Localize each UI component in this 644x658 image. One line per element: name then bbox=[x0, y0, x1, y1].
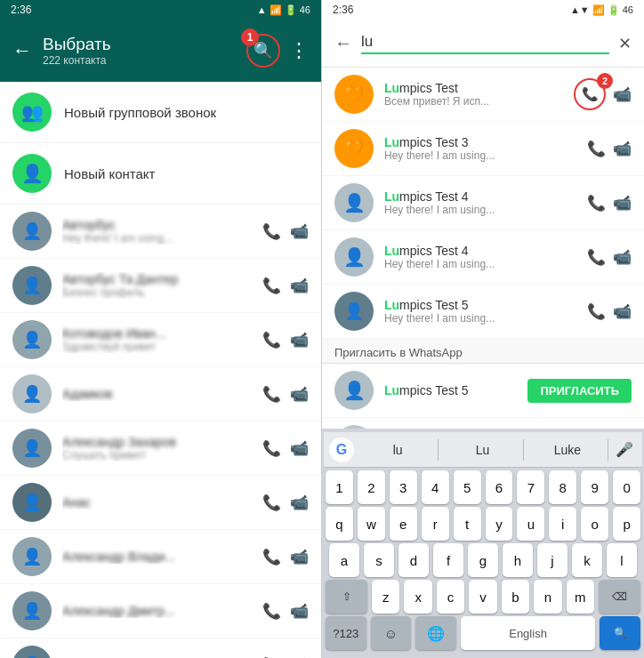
emoji-key[interactable]: ☺ bbox=[371, 616, 412, 650]
list-item[interactable]: 👤 Анас 📞 📹 bbox=[0, 476, 321, 530]
video-icon[interactable]: 📹 bbox=[613, 194, 632, 213]
key-7[interactable]: 7 bbox=[517, 470, 544, 504]
list-item[interactable]: 👤 Авторбус Та Дантер Бизнес профиль 📞 📹 bbox=[0, 259, 321, 313]
phone-icon[interactable]: 📞 bbox=[262, 602, 281, 621]
key-1[interactable]: 1 bbox=[326, 470, 353, 504]
key-6[interactable]: 6 bbox=[486, 470, 513, 504]
space-key[interactable]: English bbox=[461, 616, 596, 650]
phone-icon[interactable]: 📞 bbox=[262, 494, 281, 512]
key-h[interactable]: h bbox=[503, 543, 533, 577]
invite-item[interactable]: 👤 Lumpics Test 5 ПРИГЛАСИТЬ bbox=[322, 364, 644, 418]
key-i[interactable]: i bbox=[549, 507, 576, 541]
phone-icon[interactable]: 📞 bbox=[262, 277, 281, 295]
list-item[interactable]: 🧡 Lumpics Test 3 Hey there! I am using..… bbox=[322, 122, 644, 176]
phone-icon[interactable]: 📞 bbox=[262, 222, 281, 241]
shift-key[interactable]: ⇧ bbox=[326, 580, 367, 614]
video-icon[interactable]: 📹 bbox=[290, 494, 309, 512]
phone-call-button[interactable]: 2 📞 bbox=[574, 78, 606, 110]
key-t[interactable]: t bbox=[454, 507, 481, 541]
video-icon[interactable]: 📹 bbox=[613, 140, 632, 158]
back-button[interactable]: ← bbox=[12, 39, 32, 62]
key-b[interactable]: b bbox=[502, 580, 529, 614]
phone-icon[interactable]: 📞 bbox=[587, 302, 606, 321]
key-e[interactable]: e bbox=[390, 507, 417, 541]
key-8[interactable]: 8 bbox=[549, 470, 576, 504]
key-4[interactable]: 4 bbox=[422, 470, 449, 504]
list-item[interactable]: 👤 Котоводов Иван... Здравствуй привет 📞 … bbox=[0, 313, 321, 367]
key-v[interactable]: v bbox=[469, 580, 496, 614]
new-group-call-item[interactable]: 👥 Новый групповой звонок bbox=[0, 82, 321, 143]
close-icon[interactable]: ✕ bbox=[618, 34, 632, 53]
back-button[interactable]: ← bbox=[334, 33, 352, 53]
new-contact-item[interactable]: 👤 Новый контакт bbox=[0, 143, 321, 205]
search-button[interactable]: 1 🔍 bbox=[246, 34, 280, 68]
list-item[interactable]: 👤 Авторбус Hey there! I am using... 📞 📹 bbox=[0, 205, 321, 259]
key-j[interactable]: j bbox=[537, 543, 568, 577]
list-item[interactable]: 👤 Lumpics Test 5 Hey there! I am using..… bbox=[322, 285, 644, 339]
video-icon[interactable]: 📹 bbox=[290, 439, 309, 458]
globe-key[interactable]: 🌐 bbox=[415, 616, 456, 650]
key-f[interactable]: f bbox=[433, 543, 463, 577]
list-item[interactable]: 👤 Александр Захаров Слушать привет! 📞 📹 bbox=[0, 421, 321, 476]
video-icon[interactable]: 📹 bbox=[290, 277, 309, 295]
list-item[interactable]: 👤 Александр Влади... 📞 📹 bbox=[0, 530, 321, 584]
key-l[interactable]: l bbox=[607, 543, 637, 577]
video-icon[interactable]: 📹 bbox=[290, 222, 309, 241]
list-item[interactable]: 👤 Lumpics Test 4 Hey there! I am using..… bbox=[322, 230, 644, 285]
key-m[interactable]: m bbox=[567, 580, 594, 614]
key-n[interactable]: n bbox=[534, 580, 561, 614]
key-d[interactable]: d bbox=[398, 543, 429, 577]
symbols-key[interactable]: ?123 bbox=[326, 616, 366, 650]
video-icon[interactable]: 📹 bbox=[290, 331, 309, 349]
suggestion-Luke[interactable]: Luke bbox=[527, 439, 608, 461]
key-u[interactable]: u bbox=[517, 507, 544, 541]
key-w[interactable]: w bbox=[358, 507, 385, 541]
key-y[interactable]: y bbox=[486, 507, 513, 541]
video-icon[interactable]: 📹 bbox=[290, 602, 309, 621]
key-0[interactable]: 0 bbox=[613, 470, 640, 504]
key-q[interactable]: q bbox=[326, 507, 353, 541]
key-r[interactable]: r bbox=[422, 507, 449, 541]
key-9[interactable]: 9 bbox=[581, 470, 608, 504]
search-enter-key[interactable]: 🔍 bbox=[600, 616, 640, 650]
phone-icon[interactable]: 📞 bbox=[262, 439, 281, 458]
key-3[interactable]: 3 bbox=[390, 470, 417, 504]
contact-status: Hey there! I am using... bbox=[384, 312, 576, 325]
list-item[interactable]: 👤 Александр Дмитр... 📞 📹 bbox=[0, 584, 321, 638]
phone-icon[interactable]: 📞 bbox=[587, 248, 606, 267]
key-5[interactable]: 5 bbox=[454, 470, 481, 504]
list-item[interactable]: 👤 Александр Зеленс... 📞 📹 bbox=[0, 638, 321, 658]
key-z[interactable]: z bbox=[372, 580, 399, 614]
list-item[interactable]: 👤 Lumpics Test 4 Hey there! I am using..… bbox=[322, 176, 644, 230]
list-item[interactable]: 🧡 Lumpics Test Всем привет! Я исп... 2 📞… bbox=[322, 68, 644, 122]
phone-icon[interactable]: 📞 bbox=[587, 140, 606, 158]
phone-icon[interactable]: 📞 bbox=[587, 194, 606, 213]
key-s[interactable]: s bbox=[364, 543, 394, 577]
video-icon[interactable]: 📹 bbox=[290, 385, 309, 404]
video-icon[interactable]: 📹 bbox=[290, 548, 309, 566]
key-o[interactable]: o bbox=[581, 507, 608, 541]
phone-icon[interactable]: 📞 bbox=[262, 548, 281, 566]
key-x[interactable]: x bbox=[404, 580, 431, 614]
list-item[interactable]: 👤 Адамков 📞 📹 bbox=[0, 367, 321, 421]
phone-icon[interactable]: 📞 bbox=[262, 331, 281, 349]
suggestion-Lu[interactable]: Lu bbox=[442, 439, 523, 461]
search-input-wrap[interactable] bbox=[361, 33, 609, 54]
mic-button[interactable]: 🎤 bbox=[612, 437, 637, 462]
invite-button[interactable]: ПРИГЛАСИТЬ bbox=[527, 379, 632, 403]
key-2[interactable]: 2 bbox=[358, 470, 385, 504]
video-icon[interactable]: 📹 bbox=[613, 302, 632, 321]
phone-icon[interactable]: 📞 bbox=[262, 385, 281, 404]
key-g[interactable]: g bbox=[468, 543, 498, 577]
key-c[interactable]: c bbox=[437, 580, 464, 614]
video-icon[interactable]: 📹 bbox=[613, 85, 632, 104]
suggestion-lu[interactable]: lu bbox=[358, 439, 439, 461]
video-icon[interactable]: 📹 bbox=[613, 248, 632, 267]
search-input[interactable] bbox=[361, 33, 609, 51]
delete-key[interactable]: ⌫ bbox=[599, 580, 640, 614]
menu-icon[interactable]: ⋮ bbox=[289, 39, 309, 62]
key-k[interactable]: k bbox=[572, 543, 602, 577]
invite-item[interactable]: 👤 Lumpics Test 2 ПРИГЛАСИТЬ bbox=[322, 418, 644, 429]
key-a[interactable]: a bbox=[329, 543, 359, 577]
key-p[interactable]: p bbox=[613, 507, 640, 541]
